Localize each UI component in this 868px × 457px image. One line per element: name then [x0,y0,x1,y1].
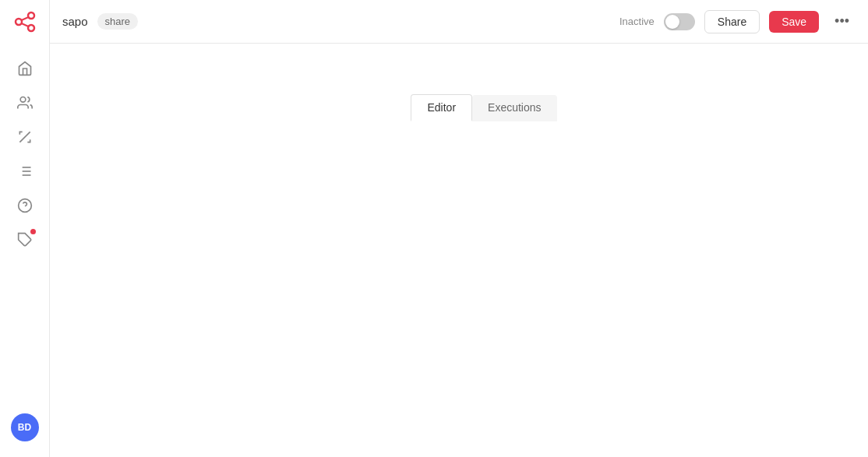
svg-point-0 [16,19,22,25]
sidebar: BD [0,0,50,457]
svg-line-4 [21,23,28,26]
svg-point-1 [28,12,34,19]
svg-point-5 [20,97,26,103]
inactive-label: Inactive [619,16,655,27]
main-area: sapo share Inactive Share Save ••• Edito… [50,0,868,457]
save-button[interactable]: Save [769,11,819,33]
tab-executions[interactable]: Executions [472,95,556,121]
svg-point-2 [28,25,34,31]
sidebar-item-home[interactable] [9,53,41,84]
sidebar-item-variables[interactable] [9,121,41,153]
sidebar-item-users[interactable] [9,87,41,118]
app-logo[interactable] [12,9,37,37]
sidebar-item-plugins[interactable] [9,224,41,255]
share-button[interactable]: Share [704,10,760,33]
more-button[interactable]: ••• [828,10,856,33]
tab-editor[interactable]: Editor [411,94,472,121]
tabs-bar: Editor Executions [100,87,868,121]
share-badge: share [97,13,139,30]
workflow-title: sapo [62,15,88,28]
sidebar-item-help[interactable] [9,190,41,221]
header: sapo share Inactive Share Save ••• [50,0,868,44]
avatar[interactable]: BD [11,413,39,441]
svg-line-6 [19,132,30,142]
sidebar-item-list[interactable] [9,156,41,187]
svg-line-3 [21,17,28,20]
inactive-toggle[interactable] [664,13,695,30]
